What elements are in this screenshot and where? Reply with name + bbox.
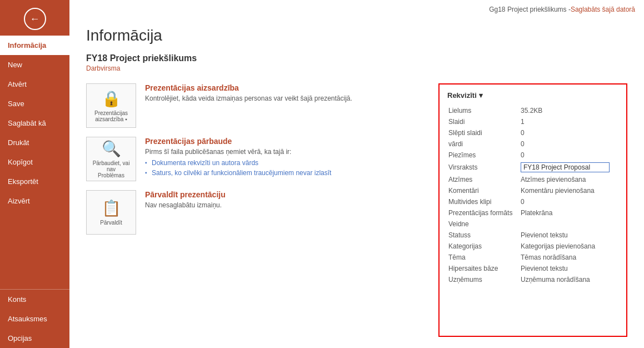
card-desc-parbaude: Pirms šī faila publicēšanas ņemiet vērā,…: [145, 148, 427, 156]
table-row: KategorijasKategorijas pievienošana: [447, 241, 618, 252]
card-desc-aizsardziba: Kontrolējiet, kāda veida izmaiņas person…: [145, 95, 427, 102]
prop-value: 0: [520, 150, 618, 161]
table-row: Hipersaites bāzePievienot tekstu: [447, 263, 618, 274]
table-row: UzņēmumsUzņēmuma norādīšana: [447, 274, 618, 285]
card-icon-parbaude[interactable]: 🔍Pārbaudiet, vai navProblēmas: [86, 137, 136, 181]
prop-value[interactable]: Komentāru pievienošana: [520, 185, 618, 196]
table-row: Virsraksts: [447, 161, 618, 174]
card-icon-parvaldisana[interactable]: 📋Pārvaldīt: [86, 190, 136, 235]
prop-value[interactable]: Pievienot tekstu: [520, 230, 618, 241]
sidebar-item-new[interactable]: New: [0, 55, 69, 74]
card-desc-parvaldisana: Nav nesaglabātu izmaiņu.: [145, 201, 427, 209]
sidebar-nav: InformācijaNewAtvērtSaveSaglabāt kāDrukā…: [0, 36, 69, 348]
prop-value: Platekrāna: [520, 207, 618, 218]
prop-value[interactable]: Kategorijas pievienošana: [520, 241, 618, 252]
prop-label: Multivides klipi: [447, 196, 520, 207]
prop-label: Slēpti slaidi: [447, 127, 520, 138]
prop-value: 0: [520, 127, 618, 138]
table-row: KomentāriKomentāru pievienošana: [447, 185, 618, 196]
page-content: Informācija FY18 Project priekšlikums Da…: [69, 16, 644, 348]
properties-table: Lielums35.2KBSlaidi1Slēpti slaidi0vārdi0…: [447, 105, 618, 285]
table-row: AtzīmesAtzīmes pievienošana: [447, 174, 618, 185]
card-body-aizsardziba: Prezentācijas aizsardzībaKontrolējiet, k…: [145, 83, 427, 105]
prop-value[interactable]: Tēmas norādīšana: [520, 252, 618, 263]
properties-title: Rekvizīti: [447, 91, 477, 100]
prop-label: Kategorijas: [447, 241, 520, 252]
doc-title: FY18 Project priekšlikums: [86, 53, 627, 63]
card-title-parvaldisana: Pārvaldīt prezentāciju: [145, 190, 427, 199]
breadcrumb-text: Gg18 Project priekšlikums -: [489, 6, 571, 13]
prop-value[interactable]: Pievienot tekstu: [520, 263, 618, 274]
sidebar-item-atsauksmes[interactable]: Atsauksmes: [0, 309, 69, 329]
info-card-aizsardziba: 🔒Prezentācijasaizsardzība ▪Prezentācijas…: [86, 83, 427, 128]
info-card-parbaude: 🔍Pārbaudiet, vai navProblēmasPrezentācij…: [86, 137, 427, 181]
properties-chevron-icon[interactable]: ▾: [479, 91, 483, 100]
breadcrumb-link[interactable]: Saglabāts šajā datorā: [571, 6, 635, 13]
table-row: Lielums35.2KB: [447, 105, 618, 116]
page-title: Informācija: [86, 27, 627, 44]
sidebar-item-atvert[interactable]: Atvērt: [0, 74, 69, 94]
prop-label: Atzīmes: [447, 174, 520, 185]
prop-value: 0: [520, 138, 618, 150]
doc-location[interactable]: Darbvirsma: [86, 64, 627, 72]
table-row: TēmaTēmas norādīšana: [447, 252, 618, 263]
sidebar-item-save[interactable]: Save: [0, 94, 69, 113]
prop-label: Uzņēmums: [447, 274, 520, 285]
card-icon-aizsardziba[interactable]: 🔒Prezentācijasaizsardzība ▪: [86, 83, 136, 128]
sidebar-item-informacija[interactable]: Informācija: [0, 36, 69, 55]
sidebar-item-saglabt-ka[interactable]: Saglabāt kā: [0, 113, 69, 133]
properties-header: Rekvizīti ▾: [447, 91, 618, 100]
properties-panel: Rekvizīti ▾ Lielums35.2KBSlaidi1Slēpti s…: [438, 83, 627, 337]
prop-label: Hipersaites bāze: [447, 263, 520, 274]
prop-value: 1: [520, 116, 618, 127]
card-body-parvaldisana: Pārvaldīt prezentācijuNav nesaglabātu iz…: [145, 190, 427, 211]
table-row: Slaidi1: [447, 116, 618, 127]
info-card-parvaldisana: 📋PārvaldītPārvaldīt prezentācijuNav nesa…: [86, 190, 427, 235]
table-row: vārdi0: [447, 138, 618, 150]
prop-label: Statuss: [447, 230, 520, 241]
sidebar-item-eksportet[interactable]: Eksportēt: [0, 172, 69, 191]
prop-value[interactable]: Atzīmes pievienošana: [520, 174, 618, 185]
table-row: Slēpti slaidi0: [447, 127, 618, 138]
table-row: Multivides klipi0: [447, 196, 618, 207]
prop-label: Prezentācijas formāts: [447, 207, 520, 218]
prop-label: Tēma: [447, 252, 520, 263]
left-column: 🔒Prezentācijasaizsardzība ▪Prezentācijas…: [86, 83, 427, 337]
sidebar-item-kopigot[interactable]: Kopīgot: [0, 152, 69, 172]
topbar: Gg18 Project priekšlikums - Saglabāts ša…: [69, 0, 644, 16]
prop-label: Lielums: [447, 105, 520, 116]
sidebar-item-aizvrt[interactable]: Aizvērt: [0, 191, 69, 211]
card-title-parbaude: Prezentācijas pārbaude: [145, 137, 427, 146]
prop-value: 0: [520, 196, 618, 207]
prop-label: vārdi: [447, 138, 520, 150]
prop-label: Komentāri: [447, 185, 520, 196]
card-title-aizsardziba: Prezentācijas aizsardzība: [145, 83, 427, 92]
sidebar-item-konts[interactable]: Konts: [0, 290, 69, 309]
prop-value: [520, 218, 618, 230]
prop-input-virsraksts[interactable]: [521, 162, 610, 172]
back-button[interactable]: ←: [24, 8, 46, 30]
table-row: Prezentācijas formātsPlatekrāna: [447, 207, 618, 218]
list-item: Dokumenta rekvizīti un autora vārds: [145, 158, 427, 168]
prop-label: Veidne: [447, 218, 520, 230]
card-body-parbaude: Prezentācijas pārbaudePirms šī faila pub…: [145, 137, 427, 178]
table-row: StatussPievienot tekstu: [447, 230, 618, 241]
table-row: Veidne: [447, 218, 618, 230]
main-columns: 🔒Prezentācijasaizsardzība ▪Prezentācijas…: [86, 83, 627, 337]
sidebar: ← InformācijaNewAtvērtSaveSaglabāt kāDru…: [0, 0, 69, 348]
list-item: Saturs, ko cilvēki ar funkcionāliem trau…: [145, 168, 427, 178]
prop-value: 35.2KB: [520, 105, 618, 116]
prop-label: Piezīmes: [447, 150, 520, 161]
sidebar-item-drukat[interactable]: Drukāt: [0, 133, 69, 152]
sidebar-item-opcijas[interactable]: Opcijas: [0, 329, 69, 348]
prop-label: Virsraksts: [447, 161, 520, 174]
prop-value[interactable]: [520, 161, 618, 174]
prop-label: Slaidi: [447, 116, 520, 127]
table-row: Piezīmes0: [447, 150, 618, 161]
main-area: Gg18 Project priekšlikums - Saglabāts ša…: [69, 0, 644, 348]
prop-value[interactable]: Uzņēmuma norādīšana: [520, 274, 618, 285]
card-list-parbaude: Dokumenta rekvizīti un autora vārdsSatur…: [145, 158, 427, 178]
